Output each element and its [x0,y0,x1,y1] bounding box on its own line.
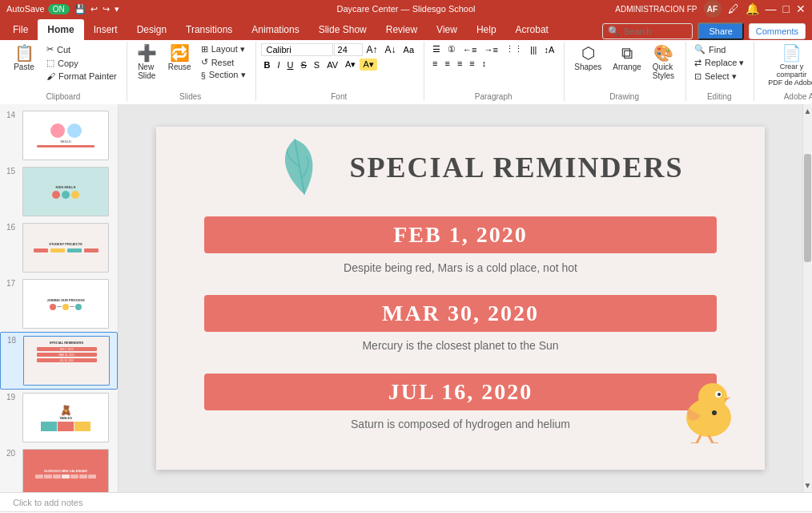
editing-label: Editing [691,91,747,101]
tab-acrobat[interactable]: Acrobat [506,19,558,40]
paste-button[interactable]: 📋 Paste [6,43,42,73]
replace-icon: ⇄ [694,58,701,68]
select-button[interactable]: ⊡ Select ▾ [691,71,740,83]
cut-icon: ✂ [46,44,54,55]
italic-button[interactable]: I [274,59,283,71]
quick-styles-icon: 🎨 [653,45,673,61]
tab-file[interactable]: File [3,19,38,40]
direction-button[interactable]: ↕A [541,44,557,55]
decrease-font-btn[interactable]: A↓ [382,43,400,56]
date-text-3: JUL 16, 2020 [388,379,533,405]
reuse-button[interactable]: 🔁 Reuse [163,43,196,73]
tab-help[interactable]: Help [467,19,506,40]
smart-art-button[interactable]: ⋮⋮ [502,43,526,55]
paragraph-row2: ≡ ≡ ≡ ≡ ↕ [429,58,489,69]
canvas-area: SPECIAL REMINDERS FEB 1, 2020 Despite be… [119,104,802,492]
quick-styles-button[interactable]: 🎨 QuickStyles [648,43,679,82]
minimize-btn[interactable]: — [766,2,777,15]
undo-icon[interactable]: ↩ [90,4,98,14]
slide-panel[interactable]: 14 SKILLS 15 KIDS SKILLS [0,104,119,492]
reset-icon: ↺ [201,57,208,67]
slides-label: Slides [132,91,249,101]
autosave-toggle[interactable]: ON [48,4,70,14]
customize-icon[interactable]: ▾ [115,4,119,14]
share-button[interactable]: Share [697,22,743,40]
tab-transitions[interactable]: Transitions [176,19,242,40]
search-icon: 🔍 [608,26,620,37]
font-name-selector[interactable]: Calibri [261,43,333,56]
decrease-indent-button[interactable]: ←≡ [460,44,480,55]
highlight-button[interactable]: A▾ [360,59,376,71]
tab-review[interactable]: Review [376,19,427,40]
slide-thumb-16[interactable]: 16 STUDENT PROJECTS [0,220,118,276]
slide-thumb-20[interactable]: 20 SLIDESGO MINI CALENDAR [0,446,118,492]
increase-indent-button[interactable]: →≡ [480,44,500,55]
reminder-text-1: Despite being red, Mars is a cold place,… [156,261,765,274]
layout-button[interactable]: ⊞ Layout ▾ [198,43,249,55]
font-color-button[interactable]: A▾ [342,59,359,71]
layout-icon: ⊞ [201,44,208,55]
align-left-button[interactable]: ≡ [429,58,440,69]
svg-point-4 [718,393,721,396]
spacing-button[interactable]: AV [324,59,341,71]
reset-button[interactable]: ↺ Reset [198,56,249,68]
line-spacing-button[interactable]: ↕ [479,58,490,69]
tab-animations[interactable]: Animations [242,19,308,40]
strikethrough-button[interactable]: S [298,59,310,71]
slide-thumb-19[interactable]: 19 🧸 TABLES [0,390,118,446]
save-icon[interactable]: 💾 [74,4,86,14]
find-button[interactable]: 🔍 Find [691,43,729,55]
scroll-thumb[interactable] [804,154,811,262]
justify-button[interactable]: ≡ [466,58,477,69]
scroll-up-arrow[interactable]: ▲ [802,104,812,118]
arrange-button[interactable]: ⧉ Arrange [608,43,646,73]
bold-button[interactable]: B [261,59,274,71]
ribbon-group-font: Calibri 24 A↑ A↓ Aa B I U S S AV A▾ A▾ F… [258,42,425,101]
slide-thumb-14[interactable]: 14 SKILLS [0,107,118,164]
align-center-button[interactable]: ≡ [441,58,452,69]
section-button[interactable]: § Section ▾ [198,69,249,81]
bullets-button[interactable]: ☰ [429,43,444,55]
right-scrollbar[interactable]: ▲ ▼ [802,104,812,492]
align-right-button[interactable]: ≡ [454,58,465,69]
shapes-button[interactable]: ⬡ Shapes [569,43,606,73]
tab-insert[interactable]: Insert [84,19,127,40]
tab-view[interactable]: View [427,19,467,40]
slide-thumb-15[interactable]: 15 KIDS SKILLS [0,164,118,220]
numbers-button[interactable]: ① [444,43,459,55]
underline-button[interactable]: U [284,59,297,71]
font-size-selector[interactable]: 24 [334,43,363,56]
create-pdf-button[interactable]: 📄 Crear y compartirPDF de Adobe [759,43,812,88]
new-slide-button[interactable]: ➕ NewSlide [132,43,162,82]
svg-point-2 [698,383,727,410]
close-btn[interactable]: ✕ [796,2,806,15]
tab-design[interactable]: Design [127,19,176,40]
replace-button[interactable]: ⇄ Replace ▾ [691,57,747,69]
maximize-btn[interactable]: □ [783,2,790,15]
slide-canvas[interactable]: SPECIAL REMINDERS FEB 1, 2020 Despite be… [156,127,765,470]
slide-num-15: 15 [6,167,18,176]
format-painter-button[interactable]: 🖌 Format Painter [43,71,120,82]
increase-font-btn[interactable]: A↑ [364,43,381,56]
tab-home[interactable]: Home [38,19,83,40]
search-input[interactable] [623,26,687,36]
drawing-label: Drawing [569,91,679,101]
slide-thumb-18[interactable]: 18 SPECIAL REMINDERS FEB 1, 2020 MAR 30,… [0,332,118,390]
slide-thumb-17[interactable]: 17 JOINING OUR PROCESS [0,276,118,332]
redo-icon[interactable]: ↪ [103,4,110,14]
comments-button[interactable]: Comments [749,23,806,39]
shadow-button[interactable]: S [311,59,323,71]
brush-icon[interactable]: 🖊 [728,2,739,15]
tab-slideshow[interactable]: Slide Show [309,19,376,40]
slide-preview-18: SPECIAL REMINDERS FEB 1, 2020 MAR 30, 20… [23,336,110,386]
columns-button[interactable]: ||| [527,44,541,55]
clear-format-btn[interactable]: Aa [400,44,417,55]
user-avatar[interactable]: AF [704,0,722,18]
notes-bar[interactable]: Click to add notes [0,492,812,511]
search-box[interactable]: 🔍 [602,23,693,39]
copy-button[interactable]: ⬚ Copy [43,57,120,69]
share-icon[interactable]: 🔔 [746,2,759,15]
slide-preview-14: SKILLS [22,111,109,160]
scroll-down-arrow[interactable]: ▼ [802,479,812,492]
cut-button[interactable]: ✂ Cut [43,43,120,55]
